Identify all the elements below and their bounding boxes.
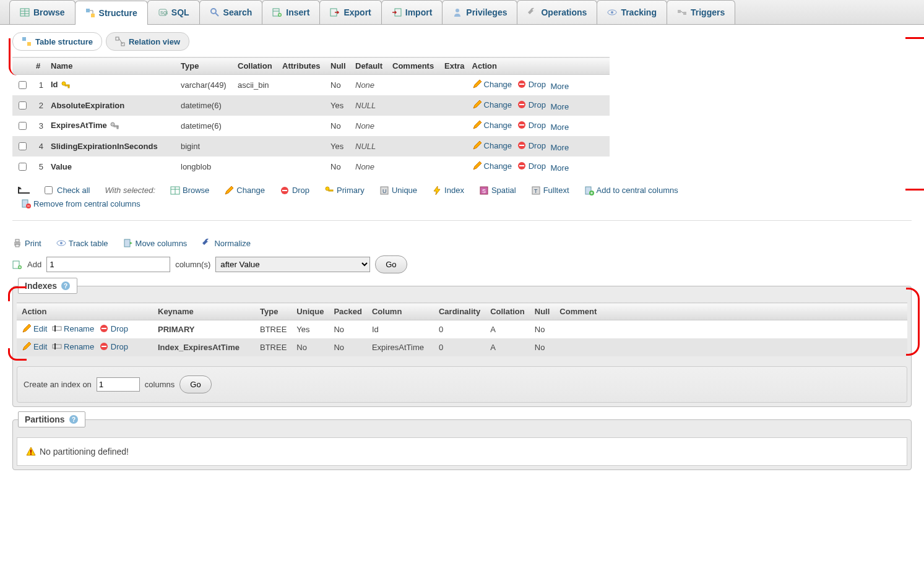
- move-link[interactable]: Move columns: [123, 238, 188, 248]
- svg-text:?: ?: [72, 416, 76, 423]
- drop-link[interactable]: Drop: [99, 341, 128, 351]
- row-attributes: [278, 75, 327, 96]
- tab-triggers[interactable]: Triggers: [667, 0, 735, 24]
- bulk-drop[interactable]: Drop: [280, 186, 309, 195]
- bulk-unique[interactable]: UUnique: [379, 186, 417, 195]
- change-link[interactable]: Change: [472, 100, 512, 109]
- edit-link[interactable]: Edit: [22, 324, 47, 333]
- row-checkbox[interactable]: [19, 81, 27, 89]
- import-icon: [392, 7, 402, 17]
- pencil-icon: [22, 324, 32, 333]
- check-all-checkbox[interactable]: [45, 186, 53, 194]
- subtab-relation-view[interactable]: Relation view: [106, 32, 189, 51]
- tab-label: Structure: [99, 8, 137, 18]
- pencil-icon: [224, 186, 234, 195]
- row-num: 1: [32, 75, 47, 96]
- drop-link[interactable]: Drop: [517, 140, 546, 150]
- change-link[interactable]: Change: [472, 140, 512, 150]
- idx-collation: A: [485, 338, 530, 356]
- pencil-icon: [472, 161, 482, 171]
- tab-tracking[interactable]: Tracking: [597, 0, 667, 24]
- idx-column: ExpiresAtTime: [367, 338, 434, 356]
- svg-rect-5: [91, 14, 95, 17]
- row-extra: [441, 116, 468, 136]
- col-header-num: #: [32, 58, 47, 75]
- row-checkbox[interactable]: [19, 142, 27, 150]
- tab-export[interactable]: Export: [319, 0, 381, 24]
- help-icon[interactable]: ?: [61, 281, 71, 291]
- more-link[interactable]: More: [551, 163, 569, 173]
- tab-insert[interactable]: Insert: [262, 0, 320, 24]
- sql-icon: SQL: [158, 7, 168, 17]
- more-link[interactable]: More: [551, 82, 569, 91]
- table-icon: [20, 7, 30, 17]
- drop-icon: [99, 341, 109, 351]
- insert-icon: [272, 7, 282, 17]
- tab-browse[interactable]: Browse: [9, 0, 76, 24]
- idx-collation: A: [485, 320, 530, 339]
- row-checkbox[interactable]: [19, 101, 27, 109]
- row-extra: [441, 136, 468, 157]
- bulk-fulltext[interactable]: TFulltext: [531, 186, 569, 195]
- help-icon[interactable]: ?: [69, 414, 79, 424]
- drop-link[interactable]: Drop: [517, 100, 546, 109]
- bulk-remove-central[interactable]: Remove from central columns: [21, 199, 140, 208]
- rename-link[interactable]: Rename: [52, 324, 94, 333]
- more-link[interactable]: More: [551, 143, 569, 152]
- rename-link[interactable]: Rename: [52, 341, 94, 351]
- svg-rect-26: [116, 37, 119, 40]
- table-row: 1Idvarchar(449)ascii_binNoNoneChange Dro…: [12, 75, 610, 96]
- bulk-change[interactable]: Change: [224, 186, 265, 195]
- idx-header-comment: Comment: [555, 303, 907, 320]
- change-link[interactable]: Change: [472, 161, 512, 171]
- create-index-go-button[interactable]: Go: [179, 375, 211, 393]
- drop-link[interactable]: Drop: [517, 161, 546, 171]
- more-link[interactable]: More: [551, 102, 569, 111]
- row-collation: [234, 95, 278, 116]
- tab-operations[interactable]: Operations: [517, 0, 597, 24]
- subtab-table-structure[interactable]: Table structure: [12, 32, 102, 51]
- row-checkbox[interactable]: [19, 122, 27, 130]
- bulk-index[interactable]: Index: [432, 186, 464, 195]
- tab-structure[interactable]: Structure: [75, 1, 148, 25]
- idx-packed: No: [329, 320, 367, 339]
- pencil-icon: [472, 100, 482, 109]
- bulk-add-central[interactable]: Add to central columns: [584, 186, 678, 195]
- bulk-browse[interactable]: Browse: [170, 186, 209, 195]
- row-actions: Change Drop More: [468, 75, 610, 96]
- create-index-input[interactable]: [97, 377, 140, 392]
- drop-link[interactable]: Drop: [99, 324, 128, 333]
- eye-icon: [56, 238, 66, 248]
- svg-rect-67: [15, 244, 19, 247]
- bulk-spatial[interactable]: SSpatial: [479, 186, 516, 195]
- track-link[interactable]: Track table: [56, 238, 108, 248]
- tab-search[interactable]: Search: [199, 0, 263, 24]
- row-type: bigint: [177, 136, 234, 157]
- drop-link[interactable]: Drop: [517, 120, 546, 130]
- change-link[interactable]: Change: [472, 79, 512, 89]
- row-checkbox[interactable]: [19, 163, 27, 171]
- bulk-row: Check all With selected: Browse Change D…: [12, 177, 912, 199]
- tab-privileges[interactable]: Privileges: [442, 0, 517, 24]
- tab-import[interactable]: Import: [381, 0, 443, 24]
- edit-link[interactable]: Edit: [22, 341, 47, 351]
- row-collation: [234, 157, 278, 177]
- add-go-button[interactable]: Go: [375, 255, 407, 273]
- print-link[interactable]: Print: [12, 238, 41, 248]
- idx-column: Id: [367, 320, 434, 339]
- drop-icon: [517, 120, 527, 130]
- normalize-link[interactable]: Normalize: [202, 238, 251, 248]
- col-header-action: Action: [468, 58, 610, 75]
- svg-rect-49: [282, 190, 287, 191]
- add-count-input[interactable]: [46, 257, 170, 272]
- drop-link[interactable]: Drop: [517, 79, 546, 89]
- change-link[interactable]: Change: [472, 120, 512, 130]
- col-header-extra: Extra: [441, 58, 468, 75]
- row-type: longblob: [177, 157, 234, 177]
- bulk-primary[interactable]: Primary: [324, 186, 365, 195]
- tab-sql[interactable]: SQL SQL: [147, 0, 200, 24]
- more-link[interactable]: More: [551, 122, 569, 132]
- row-null: No: [327, 116, 352, 136]
- add-position-select[interactable]: after Value: [215, 257, 370, 272]
- check-all[interactable]: Check all: [42, 184, 90, 196]
